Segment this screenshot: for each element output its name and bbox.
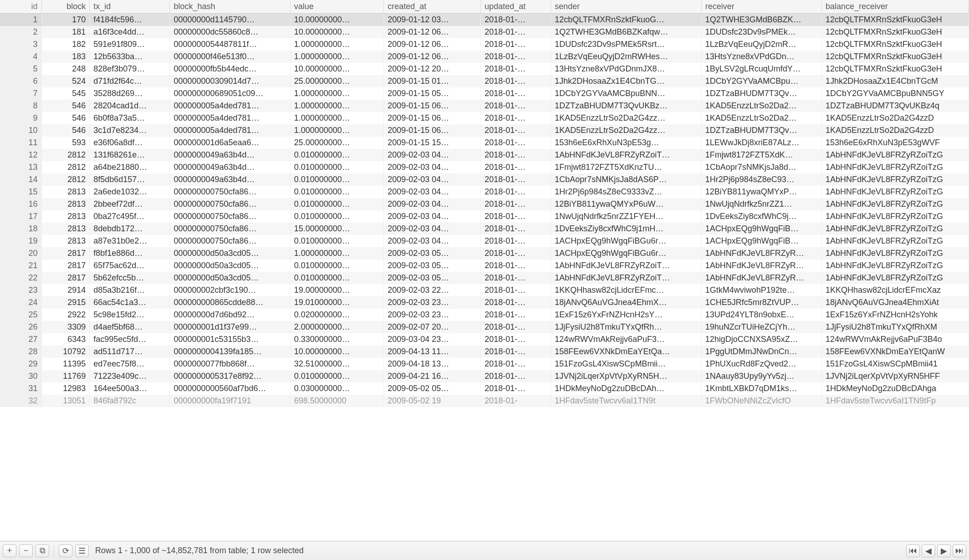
cell-sender[interactable]: 1DCbY2GYVaAMCBpuBNN… bbox=[551, 87, 701, 100]
cell-sender[interactable]: 1DZTzaBHUDM7T3QvUKBz… bbox=[551, 100, 701, 112]
cell-updated_at[interactable]: 2018-01-… bbox=[481, 161, 551, 173]
cell-tx_id[interactable]: 5c98e15fd2… bbox=[90, 309, 170, 321]
cell-tx_id[interactable]: 2a6ede1032… bbox=[90, 186, 170, 198]
cell-created_at[interactable]: 2009-02-03 23… bbox=[384, 296, 481, 309]
cell-id[interactable]: 12 bbox=[0, 149, 41, 161]
cell-balance_receiver[interactable]: 1AbHNFdKJeVL8FRZyRZoiTzG bbox=[821, 161, 969, 173]
cell-block[interactable]: 2817 bbox=[41, 247, 90, 260]
cell-balance_receiver[interactable]: 12cbQLTFMXRnSzktFkuoG3eH bbox=[821, 51, 969, 63]
cell-block[interactable]: 2813 bbox=[41, 210, 90, 223]
cell-balance_receiver[interactable]: 1AbHNFdKJeVL8FRZyRZoiTzG bbox=[821, 186, 969, 198]
cell-receiver[interactable]: 19huNZcrTUiHeZCjYh… bbox=[701, 321, 821, 333]
cell-updated_at[interactable]: 2018-01-… bbox=[481, 309, 551, 321]
cell-sender[interactable]: 1LzBzVqEeuQyjD2mRWHes… bbox=[551, 51, 701, 63]
cell-tx_id[interactable]: 35288d269… bbox=[90, 87, 170, 100]
cell-value[interactable]: 25.00000000… bbox=[290, 137, 384, 149]
column-header-created_at[interactable]: created_at bbox=[384, 0, 481, 14]
cell-tx_id[interactable]: a64be21880… bbox=[90, 161, 170, 173]
cell-block[interactable]: 2812 bbox=[41, 161, 90, 173]
column-header-balance_receiver[interactable]: balance_receiver bbox=[821, 0, 969, 14]
cell-receiver[interactable]: 1DUDsfc23Dv9sPMEk… bbox=[701, 26, 821, 38]
cell-value[interactable]: 0.010000000… bbox=[290, 370, 384, 382]
cell-created_at[interactable]: 2009-01-15 05… bbox=[384, 87, 481, 100]
cell-receiver[interactable]: 13UPd24YLT8n9obxE… bbox=[701, 309, 821, 321]
column-header-updated_at[interactable]: updated_at bbox=[481, 0, 551, 14]
cell-sender[interactable]: 124wRWVmAkRejjv6aPuF3… bbox=[551, 333, 701, 346]
table-row[interactable]: 3182591e91f809…0000000054487811f…1.00000… bbox=[0, 38, 969, 51]
cell-updated_at[interactable]: 2018-01-… bbox=[481, 124, 551, 137]
cell-balance_receiver[interactable]: 1AbHNFdKJeVL8FRZyRZoiTzG bbox=[821, 149, 969, 161]
cell-receiver[interactable]: 1Fmjwt8172FZT5XdK… bbox=[701, 149, 821, 161]
cell-block[interactable]: 12983 bbox=[41, 382, 90, 395]
cell-sender[interactable]: 1JjFysiU2h8TmkuTYxQfRh… bbox=[551, 321, 701, 333]
cell-value[interactable]: 1.000000000… bbox=[290, 38, 384, 51]
cell-created_at[interactable]: 2009-02-07 20… bbox=[384, 321, 481, 333]
table-row[interactable]: 2529225c98e15fd2…00000000d7d6bd92…0.0200… bbox=[0, 309, 969, 321]
cell-updated_at[interactable]: 2018-01- bbox=[481, 395, 551, 407]
column-header-tx_id[interactable]: tx_id bbox=[90, 0, 170, 14]
cell-block[interactable]: 182 bbox=[41, 38, 90, 51]
cell-tx_id[interactable]: 28204cad1d… bbox=[90, 100, 170, 112]
cell-block_hash[interactable]: 000000000fa19f7191 bbox=[170, 395, 290, 407]
cell-created_at[interactable]: 2009-02-03 04… bbox=[384, 186, 481, 198]
cell-tx_id[interactable]: 164ee500a3… bbox=[90, 382, 170, 395]
cell-sender[interactable]: 1DUDsfc23Dv9sPMEk5Rsrt… bbox=[551, 38, 701, 51]
cell-updated_at[interactable]: 2018-01-… bbox=[481, 358, 551, 370]
cell-created_at[interactable]: 2009-02-03 22… bbox=[384, 284, 481, 296]
cell-block[interactable]: 2915 bbox=[41, 296, 90, 309]
cell-balance_receiver[interactable]: 1AbHNFdKJeVL8FRZyRZoiTzG bbox=[821, 260, 969, 272]
table-row[interactable]: 3213051846fa8792c000000000fa19f7191698.5… bbox=[0, 395, 969, 407]
cell-tx_id[interactable]: 3c1d7e8234… bbox=[90, 124, 170, 137]
table-row[interactable]: 24291566ac54c1a3…000000000865cdde88…19.0… bbox=[0, 296, 969, 309]
cell-id[interactable]: 8 bbox=[0, 100, 41, 112]
cell-id[interactable]: 29 bbox=[0, 358, 41, 370]
cell-value[interactable]: 32.51000000… bbox=[290, 358, 384, 370]
duplicate-row-button[interactable]: ⧉ bbox=[36, 545, 49, 557]
table-row[interactable]: 1628132bbeef72df…000000000750cfa86…0.010… bbox=[0, 198, 969, 210]
cell-receiver[interactable]: 1AbHNFdKJeVL8FRZyR… bbox=[701, 260, 821, 272]
table-row[interactable]: 1828138debdb172…000000000750cfa86…15.000… bbox=[0, 223, 969, 235]
cell-block_hash[interactable]: 00000000d50a3cd05… bbox=[170, 260, 290, 272]
cell-tx_id[interactable]: 71223e409c… bbox=[90, 370, 170, 382]
cell-block_hash[interactable]: 0000000049a63b4d… bbox=[170, 161, 290, 173]
cell-tx_id[interactable]: 591e91f809… bbox=[90, 38, 170, 51]
cell-block_hash[interactable]: 000000000750cfa86… bbox=[170, 223, 290, 235]
cell-value[interactable]: 0.010000000… bbox=[290, 198, 384, 210]
cell-block_hash[interactable]: 000000000750cfa86… bbox=[170, 235, 290, 247]
cell-receiver[interactable]: 1ACHpxEQg9hWgqFiB… bbox=[701, 223, 821, 235]
cell-block_hash[interactable]: 00000000d50a3cd05… bbox=[170, 272, 290, 284]
table-row[interactable]: 2911395ed7eec75f8…0000000077fbb868f…32.5… bbox=[0, 358, 969, 370]
cell-tx_id[interactable]: 8f5db6d157… bbox=[90, 173, 170, 186]
cell-updated_at[interactable]: 2018-01-… bbox=[481, 210, 551, 223]
cell-updated_at[interactable]: 2018-01-… bbox=[481, 87, 551, 100]
cell-created_at[interactable]: 2009-02-03 04… bbox=[384, 198, 481, 210]
cell-tx_id[interactable]: ad511d717… bbox=[90, 346, 170, 358]
cell-id[interactable]: 11 bbox=[0, 137, 41, 149]
table-row[interactable]: 2810792ad511d717…0000000004139fa185…10.0… bbox=[0, 346, 969, 358]
cell-id[interactable]: 22 bbox=[0, 272, 41, 284]
cell-balance_receiver[interactable]: 1HDkMeyNoDg2zuDBcDAhga bbox=[821, 382, 969, 395]
cell-value[interactable]: 10.00000000… bbox=[290, 26, 384, 38]
cell-block_hash[interactable]: 00000000dc55860c8… bbox=[170, 26, 290, 38]
cell-created_at[interactable]: 2009-02-03 23… bbox=[384, 309, 481, 321]
cell-sender[interactable]: 153h6eE6xRhXuN3pE53g… bbox=[551, 137, 701, 149]
cell-created_at[interactable]: 2009-04-21 16… bbox=[384, 370, 481, 382]
cell-balance_receiver[interactable]: 12cbQLTFMXRnSzktFkuoG3eH bbox=[821, 63, 969, 75]
cell-receiver[interactable]: 1DZTzaBHUDM7T3Qv… bbox=[701, 124, 821, 137]
cell-sender[interactable]: 1ACHpxEQg9hWgqFiBGu6r… bbox=[551, 247, 701, 260]
cell-tx_id[interactable]: 2bbeef72df… bbox=[90, 198, 170, 210]
cell-block_hash[interactable]: 000000005a4ded781… bbox=[170, 100, 290, 112]
cell-updated_at[interactable]: 2018-01-… bbox=[481, 272, 551, 284]
cell-value[interactable]: 698.50000000 bbox=[290, 395, 384, 407]
cell-tx_id[interactable]: fac995ec5fd… bbox=[90, 333, 170, 346]
cell-balance_receiver[interactable]: 1AbHNFdKJeVL8FRZyRZoiTzG bbox=[821, 272, 969, 284]
cell-block[interactable]: 545 bbox=[41, 87, 90, 100]
cell-updated_at[interactable]: 2018-01-… bbox=[481, 296, 551, 309]
table-row[interactable]: 1428128f5db6d157…0000000049a63b4d…0.0100… bbox=[0, 173, 969, 186]
cell-receiver[interactable]: 1AbHNFdKJeVL8FRZyR… bbox=[701, 247, 821, 260]
cell-sender[interactable]: 1KAD5EnzzLtrSo2Da2G4zz… bbox=[551, 112, 701, 124]
cell-value[interactable]: 0.330000000… bbox=[290, 333, 384, 346]
cell-created_at[interactable]: 2009-04-13 11… bbox=[384, 346, 481, 358]
cell-block_hash[interactable]: 000000002cbf3c190… bbox=[170, 284, 290, 296]
cell-value[interactable]: 1.000000000… bbox=[290, 51, 384, 63]
